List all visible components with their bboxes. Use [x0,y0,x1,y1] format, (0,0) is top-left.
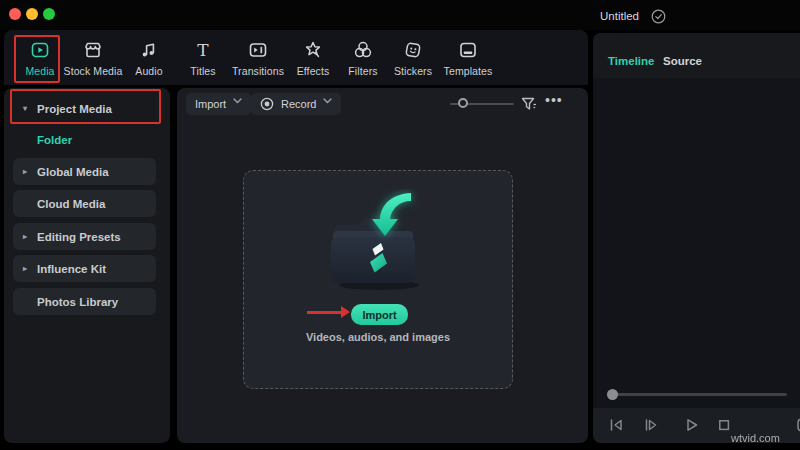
sidebar-item-label: Photos Library [37,296,118,308]
playback-seekbar[interactable] [608,393,787,396]
zoom-window-button[interactable] [43,8,55,20]
svg-text:T: T [197,40,209,60]
sidebar-item-label: Global Media [37,166,109,178]
slider-knob[interactable] [458,98,468,108]
chevron-down-icon [233,98,242,110]
tab-templates[interactable]: Templates [428,38,508,82]
sidebar-item-label: Cloud Media [37,198,105,210]
sidebar-item-label: Project Media [37,103,112,115]
caret-right-icon: ▸ [13,232,37,241]
sidebar-item-editing-presets[interactable]: ▸ Editing Presets [13,223,156,250]
record-dropdown-button[interactable]: Record [251,93,341,115]
record-dropdown-label: Record [281,98,316,110]
sidebar-item-label: Influence Kit [37,263,106,275]
import-folder-illustration [319,189,439,294]
import-dropdown-label: Import [195,98,226,110]
sidebar-item-global-media[interactable]: ▸ Global Media [13,158,156,185]
media-type-navbar: Media Stock Media Audio T Titles Transit… [4,30,588,85]
annotation-arrow-head [341,306,350,318]
caret-down-icon: ▾ [13,104,37,113]
import-dropzone[interactable]: Import Videos, audios, and images [243,170,513,389]
fullscreen-icon[interactable] [793,415,800,435]
sidebar-item-influence-kit[interactable]: ▸ Influence Kit [13,255,156,282]
sidebar-item-label: Editing Presets [37,231,121,243]
window-titlebar: Untitled [0,0,800,30]
tab-label: Templates [428,65,508,77]
media-sidebar: ▾ Project Media Folder ▸ Global Media Cl… [4,88,170,443]
tab-source[interactable]: Source [663,55,702,67]
thumbnail-size-slider[interactable] [450,103,514,105]
more-options-button[interactable]: ••• [545,92,563,108]
video-preview-area [593,78,800,408]
dropzone-hint-text: Videos, audios, and images [244,331,512,343]
annotation-arrow-line [307,311,343,314]
caret-right-icon: ▸ [13,167,37,176]
chevron-down-icon [323,98,332,110]
media-library-panel: Import Record ••• [177,88,588,443]
tab-timeline[interactable]: Timeline [608,55,654,67]
close-window-button[interactable] [9,8,21,20]
sidebar-item-project-media[interactable]: ▾ Project Media [13,95,156,122]
project-title: Untitled [600,10,639,22]
import-button[interactable]: Import [351,304,408,325]
filter-icon[interactable] [520,95,538,113]
saved-check-icon [651,9,666,24]
templates-icon [428,39,508,63]
playhead-knob[interactable] [607,389,618,400]
play-button[interactable] [681,415,701,435]
sidebar-item-label: Folder [37,134,72,146]
record-icon [260,97,274,111]
caret-right-icon: ▸ [13,264,37,273]
previous-frame-button[interactable] [606,415,626,435]
import-dropdown-button[interactable]: Import [186,93,251,115]
minimize-window-button[interactable] [26,8,38,20]
preview-tabs-header: Timeline Source [593,33,800,78]
sidebar-item-photos-library[interactable]: Photos Library [13,288,156,315]
sidebar-item-folder[interactable]: Folder [13,126,156,153]
sidebar-item-cloud-media[interactable]: Cloud Media [13,190,156,217]
next-frame-button[interactable] [641,415,661,435]
preview-panel: Timeline Source [593,33,800,443]
watermark: wtvid.com [731,432,780,444]
